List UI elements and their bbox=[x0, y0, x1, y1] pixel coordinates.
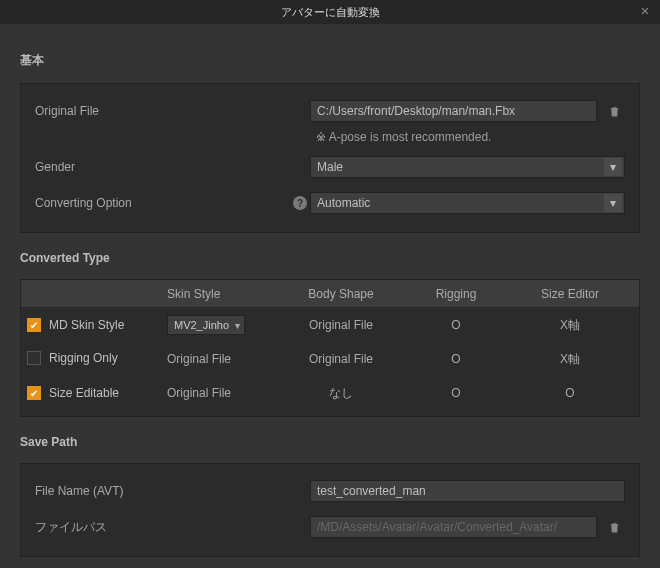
table-header: Skin Style Body Shape Rigging Size Edito… bbox=[21, 280, 639, 308]
th-skin-style: Skin Style bbox=[161, 287, 271, 301]
file-path-input bbox=[310, 516, 597, 538]
original-file-hint: ※ A-pose is most recommended. bbox=[310, 126, 625, 152]
checkbox-icon: ✔ bbox=[27, 386, 41, 400]
cell-skin-style: Original File bbox=[161, 352, 271, 366]
gender-select[interactable]: Male ▾ bbox=[310, 156, 625, 178]
cell-body-shape: Original File bbox=[271, 352, 411, 366]
cell-body-shape: なし bbox=[271, 385, 411, 402]
cell-size-editor: X軸 bbox=[501, 317, 639, 334]
file-path-label: ファイルパス bbox=[35, 519, 290, 536]
converted-type-panel: Skin Style Body Shape Rigging Size Edito… bbox=[20, 279, 640, 417]
table-row: ✔ MD Skin Style MV2_Jinho ▾ Original Fil… bbox=[21, 308, 639, 342]
checkbox-size-editable[interactable]: ✔ Size Editable bbox=[27, 386, 119, 400]
section-basic-title: 基本 bbox=[20, 52, 640, 69]
checkbox-icon bbox=[27, 351, 41, 365]
converting-option-value: Automatic bbox=[317, 196, 370, 210]
checkbox-icon: ✔ bbox=[27, 318, 41, 332]
chevron-down-icon: ▾ bbox=[604, 194, 622, 212]
chevron-down-icon: ▾ bbox=[604, 158, 622, 176]
th-body-shape: Body Shape bbox=[271, 287, 411, 301]
basic-panel: Original File ※ A-pose is most recommend… bbox=[20, 83, 640, 233]
cell-skin-style: Original File bbox=[161, 386, 271, 400]
save-path-panel: File Name (AVT) ファイルパス bbox=[20, 463, 640, 557]
cell-size-editor: O bbox=[501, 386, 639, 400]
checkbox-rigging-only[interactable]: Rigging Only bbox=[27, 351, 118, 365]
original-file-input[interactable] bbox=[310, 100, 597, 122]
cell-rigging: O bbox=[411, 352, 501, 366]
th-rigging: Rigging bbox=[411, 287, 501, 301]
close-icon[interactable]: × bbox=[636, 2, 654, 19]
skin-style-select[interactable]: MV2_Jinho ▾ bbox=[167, 315, 245, 335]
th-size-editor: Size Editor bbox=[501, 287, 639, 301]
section-save-path-title: Save Path bbox=[20, 435, 640, 449]
help-icon[interactable]: ? bbox=[293, 196, 307, 210]
table-row: ✔ Size Editable Original File なし O O bbox=[21, 376, 639, 410]
titlebar: アバターに自動変換 × bbox=[0, 0, 660, 24]
trash-icon[interactable] bbox=[603, 100, 625, 122]
checkbox-md-skin-style[interactable]: ✔ MD Skin Style bbox=[27, 318, 124, 332]
trash-icon[interactable] bbox=[603, 516, 625, 538]
chevron-down-icon: ▾ bbox=[235, 320, 240, 331]
gender-value: Male bbox=[317, 160, 343, 174]
cell-rigging: O bbox=[411, 386, 501, 400]
section-converted-type-title: Converted Type bbox=[20, 251, 640, 265]
file-name-label: File Name (AVT) bbox=[35, 484, 290, 498]
original-file-label: Original File bbox=[35, 104, 290, 118]
cell-body-shape: Original File bbox=[271, 318, 411, 332]
cell-rigging: O bbox=[411, 318, 501, 332]
table-row: Rigging Only Original File Original File… bbox=[21, 342, 639, 376]
window-title: アバターに自動変換 bbox=[281, 5, 380, 20]
converting-option-select[interactable]: Automatic ▾ bbox=[310, 192, 625, 214]
gender-label: Gender bbox=[35, 160, 290, 174]
converting-option-label: Converting Option bbox=[35, 196, 290, 210]
cell-size-editor: X軸 bbox=[501, 351, 639, 368]
file-name-input[interactable] bbox=[310, 480, 625, 502]
